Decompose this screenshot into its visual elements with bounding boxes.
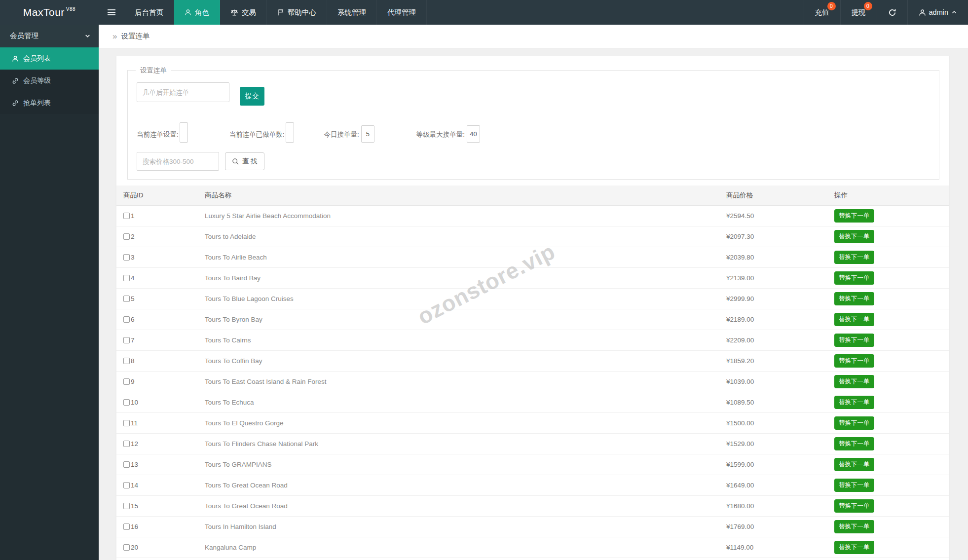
current-chain-setting-input[interactable] [180, 122, 188, 143]
replace-next-order-button[interactable]: 替换下一单 [834, 520, 874, 533]
row-checkbox[interactable] [123, 482, 130, 488]
replace-next-order-button[interactable]: 替换下一单 [834, 396, 874, 409]
nav-item-5[interactable]: 代理管理 [377, 0, 427, 25]
table-row: 14Tours To Great Ocean Road¥1649.00替换下一单 [116, 475, 949, 496]
nav-item-label: 帮助中心 [288, 8, 316, 17]
sidebar-item-0[interactable]: 会员列表 [0, 47, 99, 70]
nav-item-2[interactable]: 交易 [220, 0, 267, 25]
product-name: Tours To Great Ocean Road [205, 482, 726, 489]
operation-cell: 替换下一单 [834, 396, 949, 409]
replace-next-order-button[interactable]: 替换下一单 [834, 271, 874, 285]
row-checkbox[interactable] [123, 337, 130, 343]
row-checkbox[interactable] [123, 254, 130, 261]
row-checkbox[interactable] [123, 378, 130, 385]
search-button[interactable]: 查 找 [225, 152, 264, 170]
product-price: ¥2594.50 [726, 212, 834, 220]
header-product-price: 商品价格 [726, 191, 834, 200]
sidebar-toggle-button[interactable] [99, 0, 124, 25]
row-checkbox[interactable] [123, 503, 130, 509]
link-icon [12, 77, 19, 84]
row-checkbox[interactable] [123, 275, 130, 281]
row-checkbox[interactable] [123, 316, 130, 323]
product-id-cell: 10 [116, 399, 205, 406]
operation-cell: 替换下一单 [834, 230, 949, 243]
user-menu[interactable]: admin [907, 0, 968, 25]
row-checkbox[interactable] [123, 399, 130, 406]
replace-next-order-button[interactable]: 替换下一单 [834, 479, 874, 492]
withdraw-button[interactable]: 提现 0 [840, 0, 877, 25]
replace-next-order-button[interactable]: 替换下一单 [834, 375, 874, 388]
replace-next-order-button[interactable]: 替换下一单 [834, 541, 874, 554]
product-id-cell: 5 [116, 295, 205, 302]
replace-next-order-button[interactable]: 替换下一单 [834, 416, 874, 430]
table-row: 11Tours To El Questro Gorge¥1500.00替换下一单 [116, 413, 949, 434]
chain-start-input[interactable] [137, 82, 229, 102]
product-id-cell: 12 [116, 440, 205, 448]
user-icon [919, 9, 926, 16]
product-price: ¥1039.00 [726, 378, 834, 385]
replace-next-order-button[interactable]: 替换下一单 [834, 334, 874, 347]
recharge-button[interactable]: 充值 0 [804, 0, 840, 25]
products-table: 商品ID 商品名称 商品价格 操作 1Luxury 5 Star Airlie … [116, 186, 949, 560]
sidebar-item-1[interactable]: 会员等级 [0, 70, 99, 92]
today-orders-input[interactable] [361, 125, 374, 143]
product-id: 4 [131, 274, 135, 282]
breadcrumb: » 设置连单 [99, 25, 968, 48]
submit-button[interactable]: 提交 [240, 87, 264, 106]
row-checkbox[interactable] [123, 523, 130, 530]
price-search-input[interactable] [137, 152, 219, 171]
nav-item-4[interactable]: 系统管理 [327, 0, 377, 25]
product-id: 5 [131, 295, 135, 302]
nav-item-1[interactable]: 角色 [174, 0, 220, 25]
product-id: 12 [131, 440, 138, 448]
replace-next-order-button[interactable]: 替换下一单 [834, 251, 874, 264]
product-name: Tours In Hamilton Island [205, 523, 726, 530]
product-id-cell: 4 [116, 274, 205, 282]
row-checkbox[interactable] [123, 296, 130, 302]
replace-next-order-button[interactable]: 替换下一单 [834, 499, 874, 513]
product-id-cell: 14 [116, 482, 205, 489]
table-row: 8Tours To Coffin Bay¥1859.20替换下一单 [116, 351, 949, 372]
chevron-up-icon [951, 9, 957, 15]
refresh-button[interactable] [877, 0, 907, 25]
breadcrumb-caret-icon: » [112, 32, 117, 41]
sidebar: 会员管理 会员列表会员等级抢单列表 [0, 25, 99, 560]
product-price: ¥2189.00 [726, 316, 834, 323]
replace-next-order-button[interactable]: 替换下一单 [834, 313, 874, 326]
replace-next-order-button[interactable]: 替换下一单 [834, 230, 874, 243]
product-name: Tours To Baird Bay [205, 274, 726, 282]
row-checkbox[interactable] [123, 358, 130, 364]
product-id-cell: 8 [116, 357, 205, 365]
product-id: 14 [131, 482, 138, 489]
brand-name: MaxTour [23, 6, 65, 18]
product-name: Luxury 5 Star Airlie Beach Accommodation [205, 212, 726, 220]
row-checkbox[interactable] [123, 441, 130, 447]
product-price: ¥1529.00 [726, 440, 834, 448]
table-row: 16Tours In Hamilton Island¥1769.00替换下一单 [116, 517, 949, 537]
row-checkbox[interactable] [123, 461, 130, 468]
sidebar-group-member-management[interactable]: 会员管理 [0, 25, 99, 47]
replace-next-order-button[interactable]: 替换下一单 [834, 354, 874, 368]
operation-cell: 替换下一单 [834, 354, 949, 368]
product-price: ¥1089.50 [726, 399, 834, 406]
sidebar-item-2[interactable]: 抢单列表 [0, 92, 99, 114]
product-price: ¥2209.00 [726, 336, 834, 344]
product-id-cell: 9 [116, 378, 205, 385]
withdraw-label: 提现 [852, 8, 866, 17]
replace-next-order-button[interactable]: 替换下一单 [834, 437, 874, 450]
nav-item-3[interactable]: 帮助中心 [267, 0, 327, 25]
nav-item-label: 角色 [195, 8, 209, 17]
row-checkbox[interactable] [123, 213, 130, 219]
product-id-cell: 7 [116, 336, 205, 344]
replace-next-order-button[interactable]: 替换下一单 [834, 209, 874, 223]
replace-next-order-button[interactable]: 替换下一单 [834, 292, 874, 305]
product-id-cell: 11 [116, 419, 205, 427]
nav-item-0[interactable]: 后台首页 [124, 0, 174, 25]
row-checkbox[interactable] [123, 544, 130, 551]
row-checkbox[interactable] [123, 233, 130, 240]
row-checkbox[interactable] [123, 420, 130, 426]
product-id-cell: 16 [116, 523, 205, 530]
level-max-orders-input[interactable] [467, 125, 480, 143]
chain-done-count-input[interactable] [286, 122, 294, 143]
replace-next-order-button[interactable]: 替换下一单 [834, 458, 874, 471]
